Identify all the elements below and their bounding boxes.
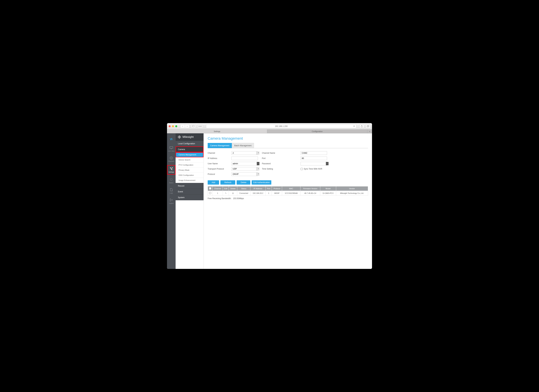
refresh-button[interactable]: Refresh [220,180,235,185]
sidebar-section-system[interactable]: System [176,195,203,200]
tab-batch-management[interactable]: Batch Management [232,143,254,148]
playback-icon [169,156,173,160]
browser-tab-settings[interactable]: Settings [167,129,267,133]
cell-port: 1 [265,191,272,196]
action-buttons: Add Refresh Delete Edit Authentication [208,180,368,185]
sync-time-checkbox[interactable] [301,168,303,170]
nav-rail: Live View Playback Settings Status [167,133,176,269]
maximize-icon[interactable] [175,125,177,127]
svg-line-13 [170,179,171,179]
reload-icon[interactable]: ⟳ [353,125,355,127]
bandwidth-info: Free Receiving Bandwidth: 153.50Mbps [208,197,368,200]
browser-titlebar: ‹ › ••• 192.168.1.200 ⟳ [167,123,372,129]
logout-icon [169,198,173,202]
channel-select[interactable]: 2 [231,151,258,155]
label-transport: Transport Protocol [208,168,229,170]
select-all-checkbox[interactable] [209,187,211,189]
forward-button[interactable]: › [185,124,189,128]
label-channel: Channel [208,152,229,154]
rail-item-liveview[interactable]: Live View [167,145,176,153]
svg-point-18 [179,137,180,137]
sidebar-item-osd-configuration[interactable]: OSD Configuration [176,173,203,178]
browser-tabbar: Settings Configuration + [167,129,372,133]
sidebar-section-event[interactable]: Event [176,189,203,195]
svg-line-14 [172,180,172,181]
browser-tab-configuration[interactable]: Configuration [267,129,367,133]
delete-button[interactable]: Delete [237,180,250,185]
rail-item-settings[interactable]: Settings [167,165,176,175]
rail-item-swap[interactable] [167,136,176,143]
brand-header: Milesight [176,133,203,141]
swap-icon [169,137,173,141]
tabs-button[interactable] [366,124,370,128]
extensions-button[interactable]: ••• [197,124,203,128]
sidebar-toggle-button[interactable] [191,124,196,128]
th-firmware: Firmware Version [300,186,320,191]
svg-line-16 [172,179,172,179]
th-vendor: Vendor [336,186,368,191]
username-input[interactable] [231,162,258,165]
svg-rect-4 [367,125,369,127]
port-input[interactable] [301,157,327,160]
th-mac: MAC [282,186,300,191]
svg-line-15 [170,180,171,181]
back-button[interactable]: ‹ [180,124,185,128]
sidebar-section-camera[interactable]: Camera [176,146,203,152]
label-username: User Name [208,163,229,165]
transport-select[interactable]: UDP [231,167,258,171]
loading-icon [169,178,173,181]
row-checkbox[interactable] [209,192,211,194]
table-header-row: Channel Edit Delete Status IP Address Po… [208,186,368,191]
rail-item-logs[interactable]: Logs [167,186,176,195]
channel-name-input[interactable] [301,151,327,155]
th-edit: Edit [223,186,229,191]
content-tabs: Camera Management Batch Management [208,143,368,148]
label-port: Port [262,157,298,159]
close-icon[interactable] [169,125,171,127]
cell-status: Connected [237,191,250,196]
document-icon [169,188,173,191]
minimize-icon[interactable] [172,125,174,127]
brand-logo-icon [178,135,181,139]
th-status: Status [237,186,250,191]
ip-input[interactable] [231,157,258,160]
th-channel: Channel [212,186,223,191]
new-tab-button[interactable]: + [367,129,372,133]
label-ip: IP Address [208,157,229,159]
sidebar-item-image-enhancement[interactable]: Image Enhancement [176,178,203,183]
cell-mac: 1CC3162365A6 [282,191,300,196]
camera-table: Channel Edit Delete Status IP Address Po… [208,186,368,196]
th-model: Model [320,186,336,191]
cell-model: UI-2A83-PCV [320,191,336,196]
url-bar[interactable]: 192.168.1.200 ⟳ [206,124,356,128]
cell-protocol: MSSP [272,191,282,196]
label-time-setting: Time Setting [262,168,298,170]
window-controls [169,125,177,127]
protocol-select[interactable]: ONVIF [231,172,258,176]
edit-authentication-button[interactable]: Edit Authentication [252,180,271,185]
sidebar-item-device-search[interactable]: Device Search [176,157,203,163]
tools-icon [169,167,173,171]
tab-camera-management[interactable]: Camera Management [208,143,232,148]
password-input[interactable] [301,162,327,165]
share-button[interactable] [359,124,364,128]
rail-item-playback[interactable]: Playback [167,155,176,163]
cell-vendor: Milesight Technology Co.,Ltd. [336,191,368,196]
sidebar-section-local-config[interactable]: Local Configuration [176,141,203,146]
sidebar-item-privacy-mask[interactable]: Privacy Mask [176,167,203,173]
add-button[interactable]: Add [208,180,219,185]
trash-icon[interactable]: 🗑 [232,192,234,194]
sidebar-item-camera-management[interactable]: Camera Management [176,152,203,157]
cell-channel: 1 [212,191,223,196]
brand-text: Milesight [183,135,194,139]
sidebar-item-ptz-configuration[interactable]: PTZ Configuration [176,163,203,167]
sync-time-label: Sync Time With NVR [304,168,322,170]
th-delete: Delete [229,186,237,191]
sidebar-section-record[interactable]: Record [176,183,203,189]
rail-item-status[interactable]: Status [167,176,176,185]
rail-item-logout[interactable]: Logout [167,197,176,206]
page-title: Camera Management [208,136,368,141]
edit-icon[interactable]: ✎ [225,192,226,194]
cell-firmware: 40.7.45.60-r14 [300,191,320,196]
label-channel-name: Channel Name [262,152,298,154]
